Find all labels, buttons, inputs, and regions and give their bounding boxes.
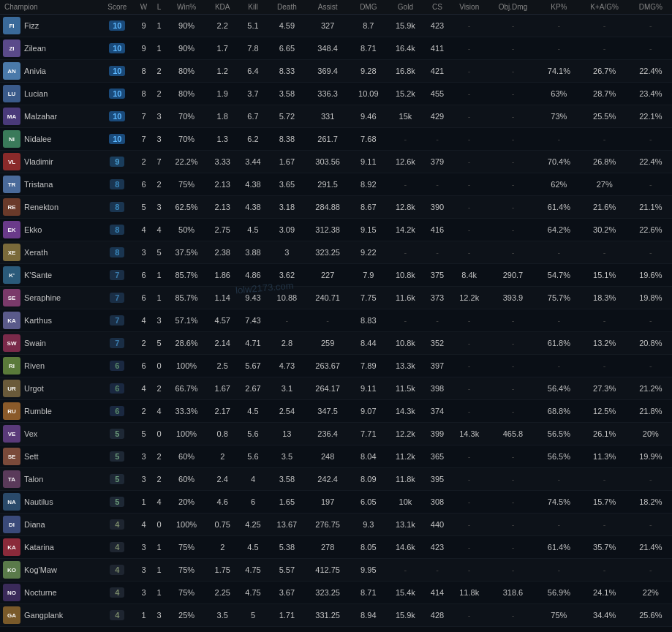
table-row[interactable]: ZI Zilean 10 9 1 90% 1.7 7.8 6.65 348.4 … (0, 37, 672, 60)
champion-icon: AN (3, 62, 20, 80)
table-row[interactable]: EK Ekko 8 4 4 50% 2.75 4.5 3.09 312.38 9… (0, 219, 672, 241)
table-row[interactable]: SE Seraphine 7 6 1 85.7% 1.14 9.43 10.88… (0, 287, 672, 309)
score-cell: 5 (99, 491, 135, 514)
table-row[interactable]: AN Anivia 10 8 2 80% 1.2 6.4 8.33 369.4 … (0, 60, 672, 83)
winrate-cell: 75% (166, 582, 208, 604)
assists-cell: 331.25 (306, 604, 350, 627)
vision-cell: - (451, 355, 488, 377)
kag-cell: 25.5% (580, 105, 630, 128)
table-row[interactable]: K' K'Sante 7 6 1 85.7% 1.86 4.86 3.62 22… (0, 264, 672, 287)
obj-cell: - (488, 377, 538, 400)
winrate-cell: 80% (166, 60, 208, 83)
deaths-cell: - (268, 309, 306, 332)
kda-cell: 1.3 (207, 128, 238, 151)
kp-cell: 73% (538, 105, 580, 128)
score-cell: 6 (99, 400, 135, 423)
kp-cell: 75% (538, 604, 580, 627)
champion-cell: VL Vladimir (0, 151, 99, 173)
deaths-cell: 1.71 (268, 604, 306, 627)
table-row[interactable]: SW Swain 7 2 5 28.6% 2.14 4.71 2.8 259 8… (0, 332, 672, 355)
score-cell: 7 (99, 332, 135, 355)
champion-cell: SE Seraphine (0, 287, 99, 309)
losses-cell: 7 (152, 151, 165, 173)
score-cell: 4 (99, 536, 135, 559)
table-row[interactable]: TR Tristana 8 6 2 75% 2.13 4.38 3.65 291… (0, 173, 672, 196)
obj-cell: - (488, 491, 538, 514)
table-row[interactable]: VE Vex 5 5 0 100% 0.8 5.6 13 236.4 7.71 … (0, 423, 672, 445)
table-row[interactable]: RU Rumble 6 2 4 33.3% 2.17 4.5 2.54 347.… (0, 400, 672, 423)
obj-cell: - (488, 37, 538, 60)
winrate-cell: 33.3% (166, 400, 208, 423)
table-row[interactable]: RE Renekton 8 5 3 62.5% 2.13 4.38 3.18 2… (0, 196, 672, 219)
table-row[interactable]: FI Fizz 10 9 1 90% 2.2 5.1 4.59 327 8.7 … (0, 15, 672, 37)
champion-name: Sett (24, 452, 39, 461)
wins-cell: 4 (135, 219, 153, 241)
table-row[interactable]: KA Karthus 7 4 3 57.1% 4.57 7.43 - - 8.8… (0, 309, 672, 332)
losses-cell: 3 (152, 196, 165, 219)
col-kda: KDA (207, 0, 238, 15)
assists-cell: 323.25 (306, 241, 350, 264)
dmg-cell: 7.9 (350, 264, 387, 287)
kp-cell: 62% (538, 173, 580, 196)
deaths-cell: 3.58 (268, 468, 306, 491)
champion-icon: LU (3, 85, 20, 102)
champion-name: Anivia (24, 67, 46, 75)
table-row[interactable]: NI Nidalee 10 7 3 70% 1.3 6.2 8.38 261.7… (0, 128, 672, 151)
obj-cell: - (488, 173, 538, 196)
champion-icon: VL (3, 153, 20, 170)
obj-cell: 290.7 (488, 264, 538, 287)
obj-cell: - (488, 332, 538, 355)
table-row[interactable]: VL Vladimir 9 2 7 22.2% 3.33 3.44 1.67 3… (0, 151, 672, 173)
assists-cell: 227 (306, 264, 350, 287)
deaths-cell: 3.5 (268, 445, 306, 468)
score-badge: 4 (110, 587, 124, 598)
vision-cell: - (451, 60, 488, 83)
dmg-cell: 9.3 (350, 514, 387, 536)
winrate-cell: 37.5% (166, 241, 208, 264)
vision-cell: - (451, 105, 488, 128)
table-row[interactable]: SE Sett 5 3 2 60% 2 5.6 3.5 248 8.04 11.… (0, 445, 672, 468)
losses-cell: 4 (152, 219, 165, 241)
table-row[interactable]: MA Malzahar 10 7 3 70% 1.8 6.7 5.72 331 … (0, 105, 672, 128)
table-row[interactable]: NO Nocturne 4 3 1 75% 2.25 4.75 3.67 323… (0, 582, 672, 604)
table-row[interactable]: GA Gangplank 4 1 3 25% 3.5 5 1.71 331.25… (0, 604, 672, 627)
score-badge: 7 (110, 270, 124, 280)
obj-cell: - (488, 400, 538, 423)
vision-cell: - (451, 241, 488, 264)
champion-icon: XE (3, 244, 20, 261)
cs-cell: 373 (423, 287, 450, 309)
table-row[interactable]: NA Nautilus 5 1 4 20% 4.6 6 1.65 197 6.0… (0, 491, 672, 514)
cs-cell: 423 (423, 15, 450, 37)
deaths-cell: 13.67 (268, 514, 306, 536)
table-row[interactable]: UR Urgot 6 4 2 66.7% 1.67 2.67 3.1 264.1… (0, 377, 672, 400)
deaths-cell: 3.67 (268, 582, 306, 604)
obj-cell: - (488, 83, 538, 105)
table-row[interactable]: KO Kog'Maw 4 3 1 75% 1.75 4.75 5.57 412.… (0, 559, 672, 582)
kda-cell: 4.57 (207, 309, 238, 332)
table-row[interactable]: KA Katarina 4 3 1 75% 2 4.5 5.38 278 8.0… (0, 536, 672, 559)
kda-cell: 2 (207, 536, 238, 559)
table-row[interactable]: LU Lucian 10 8 2 80% 1.9 3.7 3.58 336.3 … (0, 83, 672, 105)
champion-cell: LU Lucian (0, 83, 99, 105)
score-cell: 10 (99, 128, 135, 151)
gold-cell: - (387, 173, 423, 196)
winrate-cell: 90% (166, 37, 208, 60)
deaths-cell: 4.73 (268, 355, 306, 377)
table-row[interactable]: DI Diana 4 4 0 100% 0.75 4.25 13.67 276.… (0, 514, 672, 536)
deaths-cell: 1.67 (268, 151, 306, 173)
champion-icon: RE (3, 198, 20, 216)
assists-cell: 323.25 (306, 582, 350, 604)
table-row[interactable]: TA Talon 5 3 2 60% 2.4 4 3.58 242.4 8.09… (0, 468, 672, 491)
gold-cell: 15.9k (387, 604, 423, 627)
losses-cell: 1 (152, 287, 165, 309)
cs-cell: - (423, 559, 450, 582)
kills-cell: 4.71 (238, 332, 268, 355)
losses-cell: 5 (152, 241, 165, 264)
kp-cell: 70.4% (538, 151, 580, 173)
table-row[interactable]: XE Xerath 8 3 5 37.5% 2.38 3.88 3 323.25… (0, 241, 672, 264)
vision-cell: - (451, 400, 488, 423)
table-row[interactable]: RI Riven 6 6 0 100% 2.5 5.67 4.73 263.67… (0, 355, 672, 377)
kp-cell: - (538, 514, 580, 536)
kag-cell: - (580, 514, 630, 536)
wins-cell: 5 (135, 196, 153, 219)
